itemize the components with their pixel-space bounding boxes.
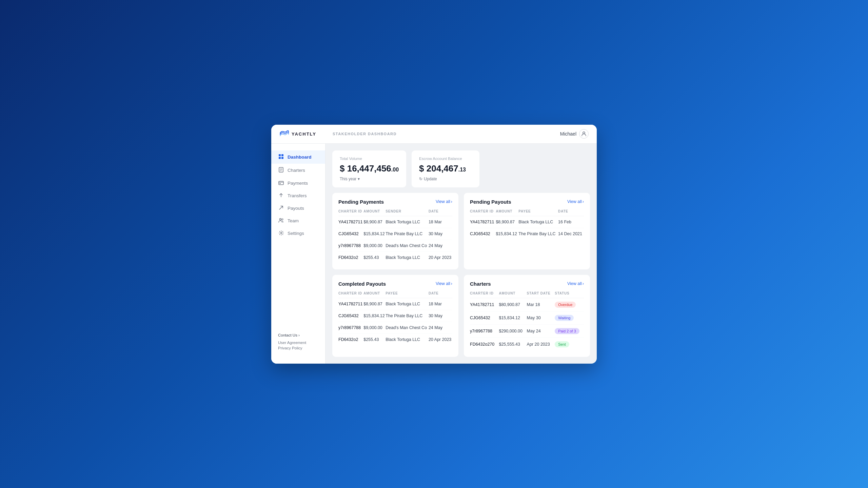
sender-cell: The Pirate Bay LLC: [386, 228, 429, 240]
status-badge: Paid 2 of 3: [555, 328, 579, 334]
payee-cell: Dead's Man Chest Co: [386, 322, 429, 333]
status-cell: Sent: [555, 338, 584, 351]
contact-us-link[interactable]: Contact Us ›: [278, 333, 318, 337]
stats-row: Total Volume $ 16,447,456.00 This year ▾…: [332, 150, 590, 187]
col-payee: PAYEE: [386, 291, 429, 298]
sidebar-item-transfers[interactable]: Transfers: [271, 189, 325, 202]
payouts-icon: [278, 205, 284, 211]
date-cell: 30 May: [429, 228, 452, 240]
pending-payouts-card: Pending Payouts View all › CHARTER ID AM…: [464, 193, 590, 269]
user-menu[interactable]: Michael: [560, 129, 589, 139]
charters-icon: [278, 167, 284, 174]
nav-items: Dashboard Charters: [271, 150, 325, 328]
sidebar-item-settings[interactable]: Settings: [271, 227, 325, 240]
svg-rect-1: [279, 154, 281, 156]
charter-id-cell: YA41782711: [338, 298, 363, 310]
date-cell: 24 May: [429, 322, 452, 333]
amount-cell: $25,555.43: [499, 338, 527, 351]
svg-point-0: [583, 132, 585, 134]
amount-cell: $8,900.87: [363, 298, 386, 310]
date-cell: 20 Apr 2023: [429, 333, 452, 345]
period-selector[interactable]: This year ▾: [340, 177, 399, 181]
chevron-right-icon: ›: [583, 281, 584, 286]
total-volume-value: $ 16,447,456.00: [340, 163, 399, 174]
status-cell: Paid 2 of 3: [555, 324, 584, 338]
charter-id-cell: CJG65432: [470, 311, 499, 324]
sidebar-item-team[interactable]: Team: [271, 215, 325, 227]
table-row: YA41782711 $8,900.87 Black Tortuga LLC 1…: [338, 216, 452, 228]
table-row: y7r8967788 $9,000.00 Dead's Man Chest Co…: [338, 240, 452, 251]
svg-rect-2: [281, 154, 283, 156]
privacy-policy-link[interactable]: Privacy Policy: [278, 346, 318, 350]
charter-id-cell: CJG65432: [470, 228, 496, 240]
sidebar-item-charters[interactable]: Charters: [271, 164, 325, 177]
col-charter-id: CHARTER ID: [338, 291, 363, 298]
dashboard-icon: [278, 154, 284, 160]
date-cell: 18 Mar: [429, 298, 452, 310]
status-cell: Overdue: [555, 298, 584, 311]
col-charter-id: CHARTER ID: [338, 209, 363, 216]
main-content: Total Volume $ 16,447,456.00 This year ▾…: [326, 144, 597, 364]
payee-cell: Black Tortuga LLC: [386, 333, 429, 345]
table-row: YA41782711 $80,900.87 Mar 18 Overdue: [470, 298, 584, 311]
table-row: FD6432o270 $25,555.43 Apr 20 2023 Sent: [470, 338, 584, 351]
table-row: y7r8967788 $290,000.00 May 24 Paid 2 of …: [470, 324, 584, 338]
table-row: YA41782711 $8,900.87 Black Tortuga LLC 1…: [338, 298, 452, 310]
pending-payments-view-all[interactable]: View all ›: [436, 199, 452, 204]
amount-cell: $255.43: [363, 333, 386, 345]
transfers-icon: [278, 193, 284, 199]
pending-payouts-view-all[interactable]: View all ›: [567, 199, 584, 204]
charter-id-cell: FD6432o2: [338, 333, 363, 345]
col-sender: SENDER: [386, 209, 429, 216]
payee-cell: Black Tortuga LLC: [386, 298, 429, 310]
sidebar-item-charters-label: Charters: [288, 168, 305, 173]
amount-cell: $80,900.87: [499, 298, 527, 311]
sender-cell: Dead's Man Chest Co: [386, 240, 429, 251]
pending-payments-title: Pending Payments: [338, 199, 384, 205]
escrow-label: Escrow Account Balance: [419, 157, 472, 161]
user-name: Michael: [560, 131, 576, 137]
escrow-value: $ 204,467.13: [419, 163, 472, 174]
amount-cell: $290,000.00: [499, 324, 527, 338]
payee-cell: Black Tortuga LLC: [518, 216, 558, 228]
total-volume-card: Total Volume $ 16,447,456.00 This year ▾: [332, 150, 406, 187]
team-icon: [278, 218, 284, 224]
table-row: CJG65432 $15,834.12 May 30 Waiting: [470, 311, 584, 324]
sidebar-item-payments[interactable]: Payments: [271, 177, 325, 189]
sender-cell: Black Tortuga LLC: [386, 216, 429, 228]
amount-cell: $8,900.87: [363, 216, 386, 228]
logo-text: YACHTLY: [292, 131, 316, 137]
settings-icon: [278, 230, 284, 237]
charters-card: Charters View all › CHARTER ID AMOUNT ST…: [464, 275, 590, 357]
header: YACHTLY STAKEHOLDER DASHBOARD Michael: [271, 125, 597, 144]
svg-rect-4: [281, 157, 283, 159]
payee-cell: The Pirate Bay LLC: [518, 228, 558, 240]
sidebar-item-payouts[interactable]: Payouts: [271, 202, 325, 215]
sidebar-item-dashboard[interactable]: Dashboard: [271, 150, 325, 164]
completed-payouts-header: Completed Payouts View all ›: [338, 281, 452, 287]
date-cell: 24 May: [429, 240, 452, 251]
amount-cell: $255.43: [363, 251, 386, 263]
charters-view-all[interactable]: View all ›: [567, 281, 584, 286]
pending-payouts-header: Pending Payouts View all ›: [470, 199, 584, 205]
charter-id-cell: CJG65432: [338, 228, 363, 240]
date-cell: 16 Feb: [558, 216, 584, 228]
sender-cell: Black Tortuga LLC: [386, 251, 429, 263]
chevron-right-icon: ›: [583, 199, 584, 204]
user-avatar-icon[interactable]: [579, 129, 589, 139]
amount-cell: $15,834.12: [496, 228, 518, 240]
completed-payouts-view-all[interactable]: View all ›: [436, 281, 452, 286]
amount-cell: $8,900.87: [496, 216, 518, 228]
body-layout: Dashboard Charters: [271, 144, 597, 364]
pending-payouts-table: CHARTER ID AMOUNT PAYEE DATE YA41782711 …: [470, 209, 584, 240]
date-cell: 30 May: [429, 310, 452, 322]
charter-id-cell: YA41782711: [470, 298, 499, 311]
charter-id-cell: y7r8967788: [338, 240, 363, 251]
start-date-cell: Apr 20 2023: [527, 338, 555, 351]
user-agreement-link[interactable]: User Agreement: [278, 341, 318, 345]
table-row: CJG65432 $15,834.12 The Pirate Bay LLC 3…: [338, 228, 452, 240]
svg-point-8: [280, 218, 281, 220]
update-button[interactable]: ↻ Update: [419, 177, 472, 181]
table-row: y7r8967788 $9,000.00 Dead's Man Chest Co…: [338, 322, 452, 333]
svg-rect-6: [279, 181, 283, 185]
